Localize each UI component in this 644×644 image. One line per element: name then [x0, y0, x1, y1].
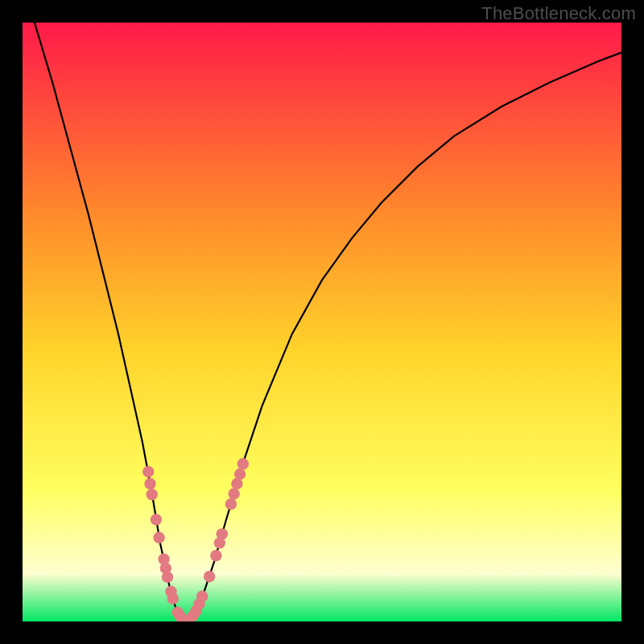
data-marker [142, 466, 154, 477]
data-marker [196, 591, 208, 602]
data-marker [217, 528, 228, 539]
data-marker [147, 489, 158, 500]
data-marker [237, 458, 249, 469]
data-marker [153, 532, 164, 543]
data-marker [234, 469, 246, 480]
data-marker [144, 478, 155, 489]
plot-area [23, 23, 621, 621]
data-marker [228, 488, 239, 499]
chart-frame: TheBottleneck.com [0, 0, 644, 644]
gradient-background [23, 23, 621, 621]
data-marker [167, 593, 179, 605]
data-marker [225, 498, 237, 510]
chart-svg [23, 23, 621, 621]
data-marker [204, 571, 215, 582]
data-marker [162, 572, 173, 583]
data-marker [210, 550, 221, 561]
data-marker [151, 514, 162, 525]
watermark-text: TheBottleneck.com [481, 3, 636, 24]
